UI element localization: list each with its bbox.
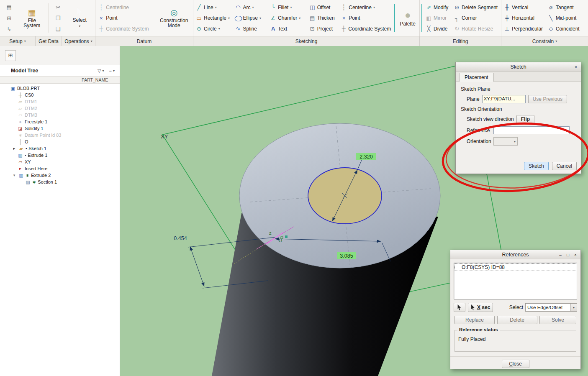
tab-setup[interactable]: Setup ▾	[0, 36, 36, 46]
tree-item-freestyle-1[interactable]: ● Freestyle 1	[0, 118, 120, 125]
csys-icon: ┼	[18, 140, 23, 144]
tab-get-data: Get Data	[36, 36, 62, 46]
tree-item-dtm3[interactable]: ▱ DTM3	[0, 112, 120, 118]
text-icon: A	[270, 26, 276, 31]
tree-item-dtm2[interactable]: ▱ DTM2	[0, 105, 120, 112]
datum-coordinate-system-button[interactable]: ┼ Coordinate System	[96, 23, 155, 34]
replace-button[interactable]: Replace	[454, 316, 495, 324]
delete-button[interactable]: Delete	[497, 316, 537, 324]
chamfer-button[interactable]: ∠ Chamfer ▾	[268, 13, 307, 23]
paste-icon[interactable]: ❏	[53, 24, 64, 34]
project-button[interactable]: ⊡ Project	[308, 23, 339, 34]
perpendicular-constraint-button[interactable]: ⊥ Perpendicular	[502, 23, 545, 34]
references-list[interactable]: O:F8(CSYS) ID=88	[454, 263, 577, 299]
cut-icon[interactable]: ✂	[53, 2, 64, 12]
ellipse-button[interactable]: ◯ Ellipse ▾	[234, 13, 268, 23]
use-previous-button[interactable]: Use Previous	[528, 95, 567, 103]
text-button[interactable]: A Text	[268, 23, 307, 34]
reference-list-item[interactable]: O:F8(CSYS) ID=88	[455, 264, 576, 271]
sketch-coordinate-system-button[interactable]: ┼ Coordinate System	[339, 23, 393, 34]
tree-item-insert-here[interactable]: ► Insert Here	[0, 165, 120, 172]
group-label-datum: Datum	[95, 36, 193, 46]
tab-placement[interactable]: Placement	[459, 73, 494, 82]
maximize-icon[interactable]: □	[565, 251, 571, 258]
arc-button[interactable]: ◠ Arc ▾	[234, 2, 268, 13]
orientation-select[interactable]: ▾	[493, 137, 518, 146]
expand-closed-icon[interactable]: ▸	[12, 146, 17, 151]
rotate-resize-button[interactable]: ↻ Rotate Resize	[452, 23, 500, 34]
model-tree-tab-icon[interactable]: ⊞	[5, 50, 16, 61]
line-button[interactable]: ╱ Line ▾	[194, 2, 233, 13]
datum-point-button[interactable]: × Point	[96, 13, 155, 23]
caret-down-icon: ▾	[218, 27, 220, 31]
tree-item-cs0[interactable]: ┼ CS0	[0, 92, 120, 98]
tree-item-extrude-2[interactable]: ▾ ▥ ∗ Extrude 2	[0, 172, 120, 179]
xsec-button[interactable]: X sec	[468, 303, 493, 312]
tree-item-dtm1[interactable]: ▱ DTM1	[0, 98, 120, 105]
horizontal-constraint-button[interactable]: ┿ Horizontal	[502, 13, 545, 23]
dimension-value[interactable]: 3.085	[340, 253, 353, 259]
delete-segment-button[interactable]: ⊘ Delete Segment	[452, 2, 500, 13]
datum-centerline-button[interactable]: ┆ Centerline	[96, 2, 155, 13]
references-dialog-titlebar[interactable]: References – □ ×	[450, 250, 580, 259]
modify-button[interactable]: ⇗ Modify	[424, 2, 451, 13]
coincident-constraint-button[interactable]: ◇ Coincident	[546, 23, 587, 34]
select-reference-button[interactable]	[454, 303, 465, 312]
midpoint-constraint-button[interactable]: ╲ Mid-point	[546, 13, 587, 23]
reference-status-group: Reference status Fully Placed	[454, 330, 576, 352]
section-icon: ▨	[25, 180, 31, 184]
tree-column-header[interactable]: PART_NAME	[0, 76, 120, 84]
dimension-value[interactable]: 0.454	[174, 235, 187, 241]
vertical-constraint-button[interactable]: ╂ Vertical	[502, 2, 545, 13]
spline-button[interactable]: ∿ Spline	[234, 23, 268, 34]
reference-input[interactable]	[493, 126, 570, 134]
construction-mode-button[interactable]: ◎ Construction Mode	[156, 1, 192, 35]
mirror-button[interactable]: ◧ Mirror	[424, 13, 451, 23]
export-icon[interactable]: ↳	[4, 24, 15, 34]
tree-settings-button[interactable]: ≡ ▾	[109, 68, 115, 73]
circle-button[interactable]: ⊙ Circle ▾	[194, 23, 233, 34]
tree-item-datum-point-id-83[interactable]: ∗ Datum Point id 83	[0, 132, 120, 138]
sketch-centerline-button[interactable]: ┆ Centerline ▾	[339, 2, 393, 13]
group-get-data: ▤ ⊞ ↳ ▦ File System ✂ ❐ ❏ Select ▾	[0, 0, 95, 36]
sketch-button[interactable]: Sketch	[524, 162, 549, 170]
tree-filter-button[interactable]: ▽ ▾	[98, 68, 104, 74]
file-system-button[interactable]: ▦ File System	[20, 1, 44, 35]
corner-button[interactable]: ┐ Corner	[452, 13, 500, 23]
tree-item-section-1[interactable]: ▨ ∗ Section 1	[0, 179, 120, 185]
copy-icon[interactable]: ❐	[53, 13, 64, 23]
tree-item-solidify-1[interactable]: ◪ Solidify 1	[0, 125, 120, 132]
flip-button[interactable]: Flip	[516, 115, 534, 123]
tab-constrain[interactable]: Constrain ▾	[501, 36, 588, 46]
cancel-button[interactable]: Cancel	[552, 162, 577, 170]
sketch-point-button[interactable]: × Point	[339, 13, 393, 23]
divide-button[interactable]: ╳ Divide	[424, 23, 451, 34]
close-button[interactable]: Close	[502, 360, 529, 368]
solve-button[interactable]: Solve	[539, 316, 576, 324]
plane-collector-field[interactable]: XY:F9(DATU...	[482, 95, 526, 103]
caret-down-icon: ▾	[373, 5, 375, 9]
offset-button[interactable]: ◫ Offset	[308, 2, 339, 13]
tree-item-blob-prt[interactable]: ▣ BLOB.PRT	[0, 85, 120, 92]
tab-operations[interactable]: Operations ▾	[62, 36, 95, 46]
close-icon[interactable]: ×	[572, 251, 579, 258]
tree-item-xy[interactable]: ▱ XY	[0, 159, 120, 165]
window-icon[interactable]: ⊞	[4, 13, 15, 23]
rectangle-button[interactable]: ▭ Rectangle ▾	[194, 13, 233, 23]
clipboard-icon[interactable]: ▤	[4, 2, 15, 12]
close-icon[interactable]: ×	[573, 64, 579, 70]
minimize-icon[interactable]: –	[557, 251, 564, 258]
tree-item-o[interactable]: ┼ O	[0, 138, 120, 145]
select-button[interactable]: Select ▾	[68, 1, 91, 35]
construction-mode-icon: ◎	[170, 8, 177, 17]
tree-item-extrude-1[interactable]: ▥ ▪ Extrude 1	[0, 152, 120, 159]
sketch-dialog-titlebar[interactable]: Sketch ×	[456, 62, 581, 72]
expand-open-icon[interactable]: ▾	[12, 173, 17, 177]
fillet-button[interactable]: ╰ Fillet ▾	[268, 2, 307, 13]
dimension-value[interactable]: 2.320	[359, 154, 372, 160]
thicken-button[interactable]: ▤ Thicken	[308, 13, 339, 23]
tangent-constraint-button[interactable]: ⌀ Tangent	[546, 2, 587, 13]
tree-item-sketch-1[interactable]: ▸ ▰ ▪ Sketch 1	[0, 145, 120, 152]
palette-button[interactable]: ● Palette	[397, 1, 419, 35]
select-mode-dropdown[interactable]: Use Edge/Offset ▾	[525, 303, 577, 312]
